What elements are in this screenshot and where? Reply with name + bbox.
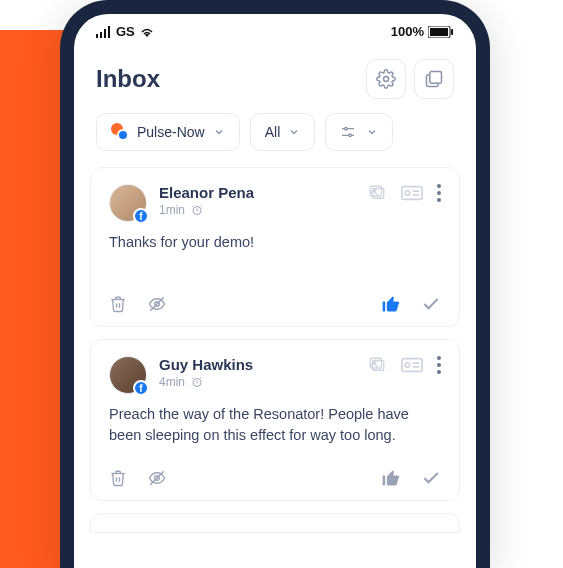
wifi-icon xyxy=(139,26,155,38)
more-icon[interactable] xyxy=(437,356,441,374)
svg-rect-5 xyxy=(430,28,448,36)
svg-point-35 xyxy=(437,363,441,367)
message-card[interactable]: f Guy Hawkins 4min xyxy=(90,339,460,501)
battery-label: 100% xyxy=(391,24,424,39)
scope-filter-label: All xyxy=(265,124,281,140)
avatar: f xyxy=(109,184,147,222)
card-icon[interactable] xyxy=(401,185,423,201)
svg-rect-1 xyxy=(100,32,102,38)
like-button[interactable] xyxy=(381,294,401,314)
facebook-badge-icon: f xyxy=(133,380,149,396)
message-body: Thanks for your demo! xyxy=(109,232,441,272)
images-icon[interactable] xyxy=(367,356,387,374)
sender-name: Eleanor Pena xyxy=(159,184,355,201)
delete-button[interactable] xyxy=(109,469,127,487)
svg-point-22 xyxy=(437,191,441,195)
svg-point-23 xyxy=(437,198,441,202)
page-title: Inbox xyxy=(96,65,160,93)
message-card[interactable] xyxy=(90,513,460,533)
like-button[interactable] xyxy=(381,468,401,488)
hide-button[interactable] xyxy=(147,469,167,487)
chevron-down-icon xyxy=(288,126,300,138)
phone-frame: GS 100% Inbox xyxy=(60,0,490,568)
delete-button[interactable] xyxy=(109,295,127,313)
sender-name: Guy Hawkins xyxy=(159,356,355,373)
approve-button[interactable] xyxy=(421,294,441,314)
images-icon[interactable] xyxy=(367,184,387,202)
svg-point-12 xyxy=(349,134,352,137)
message-card[interactable]: f Eleanor Pena 1min xyxy=(90,167,460,327)
signal-icon xyxy=(96,26,112,38)
card-icon[interactable] xyxy=(401,357,423,373)
svg-point-34 xyxy=(437,356,441,360)
scope-filter[interactable]: All xyxy=(250,113,316,151)
message-list: f Eleanor Pena 1min xyxy=(74,167,476,533)
svg-point-18 xyxy=(405,191,410,196)
gear-icon xyxy=(376,69,396,89)
account-logo-icon xyxy=(111,123,129,141)
facebook-badge-icon: f xyxy=(133,208,149,224)
more-icon[interactable] xyxy=(437,184,441,202)
svg-point-7 xyxy=(384,77,389,82)
svg-point-10 xyxy=(345,127,348,130)
message-time: 1min xyxy=(159,203,185,217)
message-body: Preach the way of the Resonator! People … xyxy=(109,404,441,446)
view-options-filter[interactable] xyxy=(325,113,393,151)
open-external-button[interactable] xyxy=(414,59,454,99)
message-time: 4min xyxy=(159,375,185,389)
svg-rect-8 xyxy=(430,72,442,84)
page-header: Inbox xyxy=(74,45,476,113)
chevron-down-icon xyxy=(213,126,225,138)
settings-button[interactable] xyxy=(366,59,406,99)
sliders-icon xyxy=(340,124,356,140)
clock-icon xyxy=(191,204,203,216)
clock-icon xyxy=(191,376,203,388)
svg-rect-2 xyxy=(104,29,106,38)
battery-icon xyxy=(428,26,454,38)
filter-bar: Pulse-Now All xyxy=(74,113,476,167)
svg-point-31 xyxy=(405,363,410,368)
account-filter[interactable]: Pulse-Now xyxy=(96,113,240,151)
svg-point-36 xyxy=(437,370,441,374)
windows-icon xyxy=(424,69,444,89)
hide-button[interactable] xyxy=(147,295,167,313)
svg-point-21 xyxy=(437,184,441,188)
carrier-label: GS xyxy=(116,24,135,39)
approve-button[interactable] xyxy=(421,468,441,488)
status-bar: GS 100% xyxy=(74,14,476,45)
chevron-down-icon xyxy=(366,126,378,138)
avatar: f xyxy=(109,356,147,394)
svg-rect-3 xyxy=(108,26,110,38)
svg-rect-0 xyxy=(96,34,98,38)
svg-rect-6 xyxy=(451,29,453,35)
account-filter-label: Pulse-Now xyxy=(137,124,205,140)
